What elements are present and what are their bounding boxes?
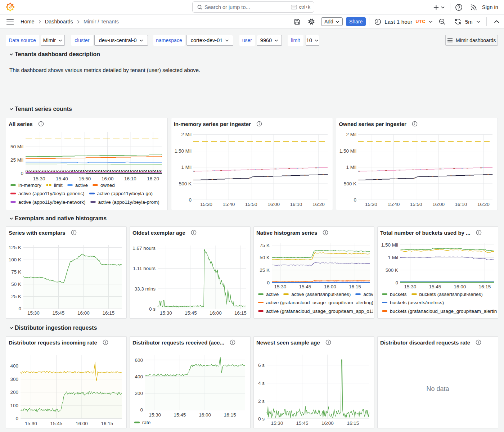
- svg-text:15:45: 15:45: [53, 310, 65, 316]
- svg-text:2 Mil: 2 Mil: [346, 132, 357, 137]
- svg-text:0: 0: [21, 171, 23, 176]
- svg-text:16:00: 16:00: [199, 412, 211, 418]
- svg-text:500 K: 500 K: [344, 181, 356, 186]
- svg-text:200: 200: [135, 391, 143, 396]
- svg-text:50 K: 50 K: [260, 255, 270, 260]
- svg-text:0: 0: [15, 416, 18, 421]
- svg-text:15:30: 15:30: [160, 310, 172, 316]
- svg-text:0: 0: [395, 280, 398, 285]
- svg-text:16:15: 16:15: [101, 421, 113, 426]
- svg-text:16:00: 16:00: [324, 284, 336, 289]
- svg-text:16:00: 16:00: [432, 202, 445, 207]
- svg-text:16:00: 16:00: [102, 176, 114, 181]
- svg-text:1.50 Mil: 1.50 Mil: [174, 148, 191, 154]
- svg-text:500 K: 500 K: [179, 181, 191, 186]
- svg-text:15:40: 15:40: [56, 176, 68, 181]
- svg-text:33.3 mins: 33.3 mins: [134, 286, 156, 292]
- svg-text:400: 400: [135, 374, 143, 379]
- svg-text:100 K: 100 K: [9, 257, 21, 262]
- svg-text:75 K: 75 K: [260, 243, 270, 248]
- svg-text:15:30: 15:30: [27, 310, 40, 316]
- svg-text:16:15: 16:15: [103, 310, 115, 316]
- svg-text:500 K: 500 K: [386, 267, 398, 273]
- svg-text:16:15: 16:15: [479, 284, 491, 289]
- svg-text:15:50: 15:50: [245, 202, 257, 207]
- svg-text:15:45: 15:45: [299, 284, 311, 289]
- svg-text:15:30: 15:30: [404, 284, 417, 289]
- svg-text:15:30: 15:30: [271, 420, 283, 426]
- svg-text:600: 600: [135, 357, 143, 363]
- svg-text:25 Mil: 25 Mil: [10, 157, 23, 163]
- svg-text:50 Mil: 50 Mil: [10, 144, 23, 149]
- svg-text:16:00: 16:00: [77, 310, 90, 316]
- svg-text:16:00: 16:00: [267, 202, 280, 207]
- svg-text:15:30: 15:30: [365, 202, 377, 207]
- svg-text:1.67 hours: 1.67 hours: [132, 246, 156, 251]
- svg-text:25 K: 25 K: [11, 294, 21, 299]
- svg-text:16:10: 16:10: [290, 202, 302, 207]
- svg-text:0: 0: [189, 197, 192, 203]
- svg-text:16:15: 16:15: [347, 420, 359, 426]
- svg-text:0: 0: [140, 407, 143, 413]
- svg-text:16:15: 16:15: [234, 310, 247, 316]
- svg-text:16:00: 16:00: [454, 284, 466, 289]
- svg-text:2 s: 2 s: [258, 399, 265, 404]
- svg-text:16:00: 16:00: [76, 421, 88, 426]
- svg-text:16:00: 16:00: [210, 310, 222, 316]
- svg-text:6 s: 6 s: [258, 363, 265, 368]
- svg-text:0: 0: [18, 306, 21, 311]
- svg-text:15:50: 15:50: [410, 202, 422, 207]
- svg-text:0: 0: [267, 280, 270, 285]
- svg-text:2 Mil: 2 Mil: [181, 132, 192, 137]
- svg-text:15:50: 15:50: [78, 176, 91, 181]
- svg-text:16:20: 16:20: [147, 176, 159, 181]
- svg-text:15:45: 15:45: [50, 421, 63, 426]
- svg-text:16:20: 16:20: [477, 202, 490, 207]
- svg-text:125 K: 125 K: [9, 245, 21, 250]
- svg-text:15:45: 15:45: [185, 310, 197, 316]
- svg-text:300: 300: [10, 377, 18, 382]
- svg-text:1.11 hours: 1.11 hours: [133, 266, 156, 271]
- svg-text:15:30: 15:30: [274, 284, 287, 289]
- svg-text:16:15: 16:15: [349, 284, 361, 289]
- svg-text:15:40: 15:40: [388, 202, 400, 207]
- svg-text:16:10: 16:10: [455, 202, 467, 207]
- svg-text:15:30: 15:30: [33, 176, 45, 181]
- svg-text:1.50 Mil: 1.50 Mil: [381, 242, 398, 248]
- svg-text:0 s: 0 s: [258, 416, 265, 422]
- svg-text:16:10: 16:10: [124, 176, 136, 181]
- svg-text:25 K: 25 K: [260, 267, 270, 273]
- svg-text:15:45: 15:45: [429, 284, 441, 289]
- svg-text:1 Mil: 1 Mil: [346, 165, 357, 170]
- svg-text:15:40: 15:40: [222, 202, 235, 207]
- svg-text:15:30: 15:30: [149, 412, 161, 418]
- svg-text:200: 200: [10, 390, 18, 395]
- svg-text:50 K: 50 K: [11, 282, 21, 287]
- svg-text:4 s: 4 s: [258, 381, 265, 386]
- svg-text:16:00: 16:00: [321, 420, 334, 426]
- svg-text:75 K: 75 K: [11, 269, 21, 275]
- svg-text:16:20: 16:20: [312, 202, 325, 207]
- svg-text:1 Mil: 1 Mil: [388, 255, 398, 260]
- svg-text:0 s: 0 s: [149, 306, 156, 312]
- svg-text:1 Mil: 1 Mil: [181, 165, 192, 170]
- svg-text:400: 400: [10, 363, 18, 369]
- svg-text:15:30: 15:30: [200, 202, 212, 207]
- svg-text:16:15: 16:15: [224, 412, 236, 418]
- svg-text:15:45: 15:45: [296, 420, 308, 426]
- svg-text:0: 0: [354, 197, 357, 203]
- svg-text:15:30: 15:30: [25, 421, 37, 426]
- svg-text:15:45: 15:45: [174, 412, 186, 418]
- svg-text:1.50 Mil: 1.50 Mil: [339, 148, 356, 154]
- svg-text:100: 100: [10, 403, 18, 408]
